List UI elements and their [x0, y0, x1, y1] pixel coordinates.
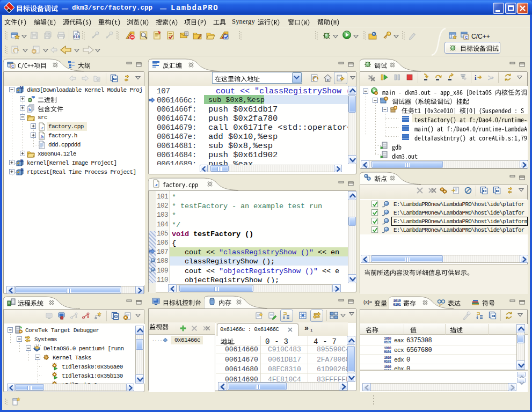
svg-text:!: !: [18, 90, 19, 93]
svg-text:0101: 0101: [393, 303, 401, 307]
svg-text:!: !: [18, 172, 19, 175]
svg-text:0101: 0101: [384, 359, 391, 363]
svg-text:x=: x=: [439, 303, 443, 306]
svg-text:K: K: [20, 159, 24, 163]
svg-text:0101: 0101: [384, 349, 391, 353]
svg-text:!: !: [18, 163, 19, 166]
svg-text:.c: .c: [155, 182, 158, 187]
svg-text:M: M: [19, 86, 24, 90]
svg-text:C: C: [11, 64, 14, 68]
svg-text:(x)=: (x)=: [363, 299, 372, 305]
svg-text:.h: .h: [40, 135, 44, 139]
svg-text:0101: 0101: [384, 340, 391, 344]
svg-text:010: 010: [73, 35, 79, 39]
svg-text:C: C: [465, 35, 468, 39]
svg-text:R: R: [20, 168, 24, 172]
svg-text:i: i: [475, 73, 477, 82]
svg-text:.c: .c: [40, 126, 43, 130]
